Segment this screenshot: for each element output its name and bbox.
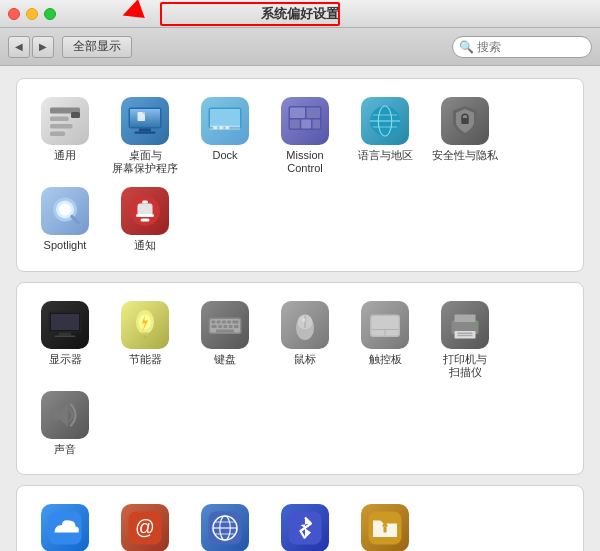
mission-icon (281, 97, 329, 145)
svg-line-34 (72, 217, 79, 224)
list-item[interactable]: MissionControl (265, 91, 345, 181)
list-item[interactable]: 键盘 (185, 295, 265, 385)
svg-rect-17 (225, 126, 230, 129)
svg-rect-20 (307, 108, 321, 119)
security-icon (441, 97, 489, 145)
svg-rect-45 (55, 335, 76, 337)
svg-rect-23 (313, 120, 321, 129)
svg-rect-39 (136, 214, 154, 217)
svg-rect-4 (71, 112, 80, 118)
spotlight-label: Spotlight (44, 239, 87, 252)
list-item[interactable]: 共享 (345, 498, 425, 551)
maximize-button[interactable] (44, 8, 56, 20)
energy-label: 节能器 (129, 353, 162, 366)
svg-rect-13 (210, 109, 240, 127)
toolbar: ◀ ▶ 全部显示 🔍 (0, 28, 600, 66)
icloud-icon (41, 504, 89, 551)
svg-rect-58 (212, 325, 217, 328)
svg-rect-16 (219, 126, 224, 129)
list-item[interactable]: 打印机与扫描仪 (425, 295, 505, 385)
personal-grid: 通用 桌面与屏幕保护程序 (25, 91, 575, 259)
section-internet: iCloud @ 互联网帐户 (16, 485, 584, 551)
dock-icon (201, 97, 249, 145)
list-item[interactable]: 语言与地区 (345, 91, 425, 181)
trackpad-icon (361, 301, 409, 349)
svg-rect-43 (51, 313, 80, 330)
mouse-label: 鼠标 (294, 353, 316, 366)
svg-rect-61 (229, 325, 233, 328)
list-item[interactable]: 显示器 (25, 295, 105, 385)
list-item[interactable]: 桌面与屏幕保护程序 (105, 91, 185, 181)
svg-rect-22 (301, 120, 311, 129)
svg-rect-2 (50, 124, 73, 129)
spotlight-icon (41, 187, 89, 235)
list-item[interactable]: 声音 (25, 385, 105, 462)
energy-icon (121, 301, 169, 349)
arrow-head (119, 0, 145, 25)
back-button[interactable]: ◀ (8, 36, 30, 58)
svg-rect-15 (213, 126, 218, 129)
svg-rect-63 (216, 329, 234, 332)
svg-rect-53 (212, 320, 216, 323)
svg-point-77 (474, 323, 477, 326)
svg-point-33 (59, 204, 71, 216)
svg-text:@: @ (135, 516, 155, 538)
list-item[interactable]: Dock (185, 91, 265, 181)
mouse-icon (281, 301, 329, 349)
mission-label: MissionControl (286, 149, 323, 175)
desktop-label: 桌面与屏幕保护程序 (112, 149, 178, 175)
list-item[interactable]: 节能器 (105, 295, 185, 385)
sound-label: 声音 (54, 443, 76, 456)
svg-rect-76 (458, 334, 473, 336)
hardware-grid: 显示器 节能器 (25, 295, 575, 463)
svg-rect-75 (458, 332, 473, 334)
security-label: 安全性与隐私 (432, 149, 498, 162)
svg-rect-57 (233, 320, 239, 323)
svg-rect-3 (50, 132, 65, 137)
display-icon (41, 301, 89, 349)
dock-label: Dock (212, 149, 237, 162)
show-all-button[interactable]: 全部显示 (62, 36, 132, 58)
display-label: 显示器 (49, 353, 82, 366)
list-item[interactable]: 安全性与隐私 (425, 91, 505, 181)
general-icon (41, 97, 89, 145)
svg-rect-1 (50, 117, 69, 122)
notify-label: 通知 (134, 239, 156, 252)
svg-rect-36 (142, 201, 148, 204)
network-icon (201, 504, 249, 551)
svg-rect-54 (217, 320, 221, 323)
bluetooth-icon (281, 504, 329, 551)
list-item[interactable]: 鼠标 (265, 295, 345, 385)
list-item[interactable]: Spotlight (25, 181, 105, 258)
list-item[interactable]: 通知 (105, 181, 185, 258)
svg-rect-8 (139, 129, 151, 132)
sound-icon (41, 391, 89, 439)
svg-rect-44 (59, 332, 71, 335)
minimize-button[interactable] (26, 8, 38, 20)
list-item[interactable]: 网络 (185, 498, 265, 551)
section-hardware: 显示器 节能器 (16, 282, 584, 476)
language-icon (361, 97, 409, 145)
list-item[interactable]: 通用 (25, 91, 105, 181)
svg-rect-40 (141, 219, 150, 222)
keyboard-icon (201, 301, 249, 349)
keyboard-label: 键盘 (214, 353, 236, 366)
search-box: 🔍 (452, 36, 592, 58)
svg-rect-55 (222, 320, 226, 323)
list-item[interactable]: 触控板 (345, 295, 425, 385)
search-icon: 🔍 (459, 40, 474, 54)
list-item[interactable]: @ 互联网帐户 (105, 498, 185, 551)
svg-rect-38 (138, 204, 153, 216)
notify-icon (121, 187, 169, 235)
forward-button[interactable]: ▶ (32, 36, 54, 58)
desktop-icon (121, 97, 169, 145)
printer-icon (441, 301, 489, 349)
list-item[interactable]: iCloud (25, 498, 105, 551)
close-button[interactable] (8, 8, 20, 20)
window-title: 系统偏好设置 (261, 5, 339, 23)
section-personal: 通用 桌面与屏幕保护程序 (16, 78, 584, 272)
list-item[interactable]: 蓝牙 (265, 498, 345, 551)
svg-rect-9 (135, 132, 156, 134)
svg-rect-62 (234, 325, 239, 328)
titlebar: 系统偏好设置 (0, 0, 600, 28)
